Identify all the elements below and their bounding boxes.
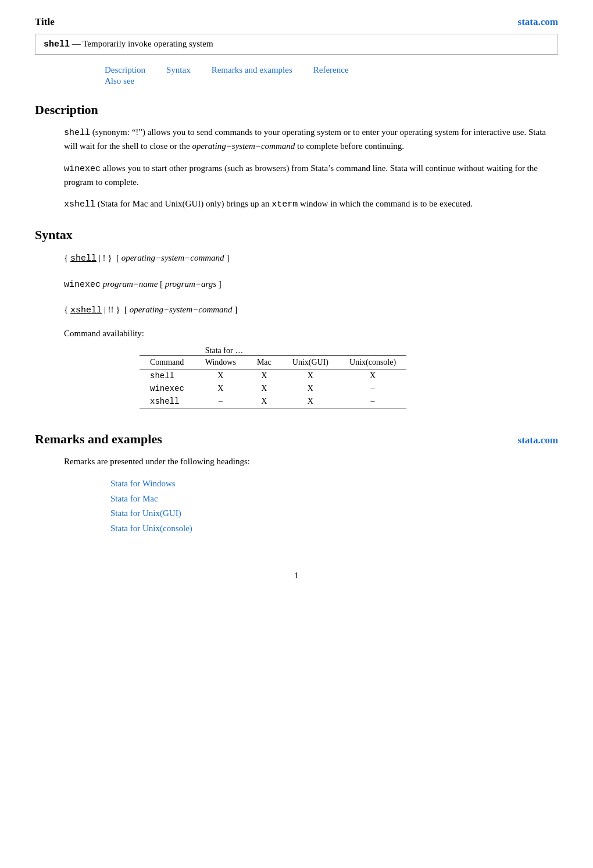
table-row: winexec X X X – bbox=[140, 382, 406, 395]
desc-para3-end: window in which the command is to be exe… bbox=[298, 199, 473, 208]
nav-reference[interactable]: Reference bbox=[313, 65, 349, 75]
operating-system-command-italic: operating−system−command bbox=[192, 141, 295, 151]
program-args-italic: program−args bbox=[165, 279, 219, 289]
shell-inline: shell bbox=[64, 128, 90, 138]
shell-title-box: shell — Temporarily invoke operating sys… bbox=[35, 34, 558, 55]
td-winexec-gui: X bbox=[282, 382, 339, 395]
shell-em-dash: — bbox=[72, 39, 83, 48]
syntax-line-3: { xshell | !! } [ operating−system−comma… bbox=[64, 303, 558, 318]
desc-para3-post: (Stata for Mac and Unix(GUI) only) bring… bbox=[95, 199, 272, 208]
op-sys-cmd-3: operating−system−command bbox=[127, 305, 234, 314]
description-heading: Description bbox=[35, 102, 558, 118]
td-xshell: xshell bbox=[140, 395, 195, 408]
th-unixconsole: Unix(console) bbox=[339, 355, 406, 369]
td-xshell-gui: X bbox=[282, 395, 339, 408]
th-unixgui: Unix(GUI) bbox=[282, 355, 339, 369]
cmd-table-wrap: Stata for … Command Windows Mac Unix(GUI… bbox=[140, 344, 558, 408]
shell-description: Temporarily invoke operating system bbox=[83, 39, 213, 48]
td-winexec-win: X bbox=[195, 382, 247, 395]
td-shell-win: X bbox=[195, 369, 247, 382]
description-para2: winexec allows you to start other progra… bbox=[64, 162, 558, 190]
syntax-line-1: { shell | ! } [ operating−system−command… bbox=[64, 251, 558, 266]
stata-for-label: Stata for … bbox=[195, 344, 406, 356]
remarks-link-windows[interactable]: Stata for Windows bbox=[110, 476, 558, 492]
remarks-link-mac[interactable]: Stata for Mac bbox=[110, 492, 558, 507]
winexec-bracket-close: ] bbox=[219, 279, 222, 289]
nav-alsosee[interactable]: Also see bbox=[105, 76, 134, 86]
table-row: shell X X X X bbox=[140, 369, 406, 382]
page-number: 1 bbox=[35, 571, 558, 581]
nav-syntax[interactable]: Syntax bbox=[166, 65, 191, 75]
desc-para2-post: allows you to start other programs (such… bbox=[64, 163, 538, 187]
th-command: Command bbox=[140, 355, 195, 369]
shell-uline: shell bbox=[70, 254, 97, 264]
td-shell-gui: X bbox=[282, 369, 339, 382]
remarks-link-unixconsole[interactable]: Stata for Unix(console) bbox=[110, 521, 558, 536]
syntax-heading: Syntax bbox=[35, 227, 558, 243]
td-xshell-win: – bbox=[195, 395, 247, 408]
syntax-pipe-3: | !! } [ bbox=[102, 305, 127, 314]
th-mac: Mac bbox=[247, 355, 282, 369]
program-name-italic: program−name bbox=[103, 279, 158, 289]
nav-links: Description Syntax Remarks and examples … bbox=[35, 65, 558, 86]
syntax-bracket-close-1: ] bbox=[226, 253, 229, 262]
syntax-bracket-close-3: ] bbox=[234, 305, 237, 314]
th-empty bbox=[140, 344, 195, 356]
page: Title stata.com shell — Temporarily invo… bbox=[0, 0, 593, 868]
td-shell-console: X bbox=[339, 369, 406, 382]
desc-para1-post: to complete before continuing. bbox=[295, 141, 404, 151]
td-winexec-mac: X bbox=[247, 382, 282, 395]
remarks-heading-row: Remarks and examples stata.com bbox=[35, 432, 558, 447]
table-row: xshell – X X – bbox=[140, 395, 406, 408]
shell-cmd-label: shell bbox=[44, 40, 70, 49]
syntax-pipe-1: | ! } [ bbox=[97, 253, 119, 262]
remarks-link-unixgui[interactable]: Stata for Unix(GUI) bbox=[110, 506, 558, 521]
nav-remarks[interactable]: Remarks and examples bbox=[212, 65, 292, 75]
syntax-brace-open-1: { bbox=[64, 253, 70, 262]
td-xshell-console: – bbox=[339, 395, 406, 408]
syntax-line-2: winexec program−name [ program−args ] bbox=[64, 277, 558, 293]
stata-com-remarks: stata.com bbox=[518, 435, 558, 446]
remarks-intro: Remarks are presented under the followin… bbox=[64, 455, 558, 468]
stata-for-row: Stata for … bbox=[140, 344, 406, 356]
syntax-brace-open-3: { bbox=[64, 305, 70, 314]
description-para1: shell (synonym: “!”) allows you to send … bbox=[64, 126, 558, 154]
td-winexec-console: – bbox=[339, 382, 406, 395]
page-title: Title bbox=[35, 16, 55, 28]
xterm-inline: xterm bbox=[272, 200, 298, 209]
remarks-links-list: Stata for Windows Stata for Mac Stata fo… bbox=[110, 476, 558, 536]
winexec-bracket: [ bbox=[160, 279, 163, 289]
td-xshell-mac: X bbox=[247, 395, 282, 408]
header: Title stata.com bbox=[35, 16, 558, 28]
table-header-row: Command Windows Mac Unix(GUI) Unix(conso… bbox=[140, 355, 406, 369]
cmd-avail-label: Command availability: bbox=[64, 329, 558, 339]
cmd-table: Stata for … Command Windows Mac Unix(GUI… bbox=[140, 344, 406, 408]
op-sys-cmd-1: operating−system−command bbox=[119, 253, 226, 262]
td-winexec: winexec bbox=[140, 382, 195, 395]
nav-row-1: Description Syntax Remarks and examples … bbox=[105, 65, 558, 75]
xshell-uline: xshell bbox=[70, 305, 102, 315]
description-para3: xshell (Stata for Mac and Unix(GUI) only… bbox=[64, 197, 558, 211]
nav-description[interactable]: Description bbox=[105, 65, 145, 75]
winexec-inline: winexec bbox=[64, 164, 101, 174]
xshell-inline: xshell bbox=[64, 200, 95, 209]
td-shell: shell bbox=[140, 369, 195, 382]
nav-row-2: Also see bbox=[105, 76, 558, 86]
td-shell-mac: X bbox=[247, 369, 282, 382]
winexec-syntax: winexec bbox=[64, 280, 101, 290]
remarks-heading: Remarks and examples bbox=[35, 432, 162, 447]
th-windows: Windows bbox=[195, 355, 247, 369]
stata-com-header: stata.com bbox=[518, 16, 558, 28]
